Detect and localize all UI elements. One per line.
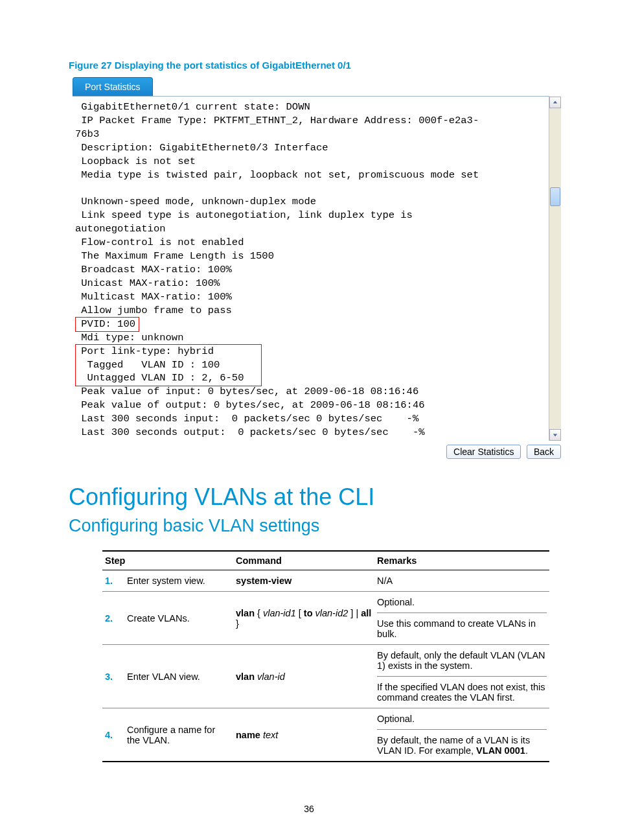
cmd-bold: system-view [236, 576, 292, 586]
cmd-italic: vlan-id1 [263, 608, 296, 618]
command-text: vlan { vlan-id1 [ to vlan-id2 ] | all } [233, 592, 374, 645]
remark-line: If the specified VLAN does not exist, th… [377, 682, 547, 703]
step-number: 3. [102, 645, 124, 708]
scroll-up-button[interactable] [549, 97, 561, 108]
command-text: vlan vlan-id [233, 645, 374, 708]
terminal-output: GigabitEthernet0/1 current state: DOWN I… [73, 97, 549, 441]
remark-line: Optional. [377, 714, 547, 730]
scrollbar[interactable] [549, 97, 561, 441]
cmd-bold: name [236, 730, 260, 740]
remark-line: By default, the name of a VLAN is its VL… [377, 735, 547, 756]
remark-bold: VLAN 0001 [476, 745, 525, 756]
step-text: Enter VLAN view. [124, 645, 233, 708]
step-text: Create VLANs. [124, 592, 233, 645]
remarks-text: By default, only the default VLAN (VLAN … [374, 645, 549, 708]
remark-line: By default, only the default VLAN (VLAN … [377, 650, 547, 677]
heading-configuring-basic-vlan: Configuring basic VLAN settings [69, 516, 549, 536]
cmd-bold: vlan [236, 671, 255, 682]
cmd-italic: vlan-id [257, 671, 285, 682]
cmd-italic: vlan-id2 [315, 608, 349, 618]
tab-port-statistics[interactable]: Port Statistics [73, 77, 153, 96]
remarks-text: N/A [374, 570, 549, 592]
step-number: 4. [102, 708, 124, 762]
remark-text: . [525, 745, 528, 756]
table-header-row: Step Command Remarks [102, 551, 549, 570]
col-step: Step [102, 551, 233, 570]
table-row: 2. Create VLANs. vlan { vlan-id1 [ to vl… [102, 592, 549, 645]
remarks-text: Optional. Use this command to create VLA… [374, 592, 549, 645]
page-number: 36 [69, 804, 549, 814]
scroll-thumb[interactable] [550, 187, 560, 206]
clear-statistics-button[interactable]: Clear Statistics [446, 445, 521, 459]
cmd-bold: vlan [236, 608, 255, 618]
steps-table: Step Command Remarks 1. Enter system vie… [102, 550, 549, 762]
col-command: Command [233, 551, 374, 570]
scroll-down-button[interactable] [549, 429, 561, 441]
cmd-bold: all [361, 608, 371, 618]
table-row: 1. Enter system view. system-view N/A [102, 570, 549, 592]
command-text: system-view [233, 570, 374, 592]
cmd-italic: text [263, 730, 278, 740]
step-text: Enter system view. [124, 570, 233, 592]
cmd-bold: to [304, 608, 313, 618]
step-number: 1. [102, 570, 124, 592]
table-row: 3. Enter VLAN view. vlan vlan-id By defa… [102, 645, 549, 708]
col-remarks: Remarks [374, 551, 549, 570]
heading-configuring-vlans-cli: Configuring VLANs at the CLI [69, 484, 549, 511]
remark-line: Optional. [377, 597, 547, 613]
remarks-text: Optional. By default, the name of a VLAN… [374, 708, 549, 762]
back-button[interactable]: Back [527, 445, 561, 459]
button-bar: Clear Statistics Back [73, 445, 561, 459]
step-number: 2. [102, 592, 124, 645]
table-row: 4. Configure a name for the VLAN. name t… [102, 708, 549, 762]
port-statistics-panel: Port Statistics GigabitEthernet0/1 curre… [73, 77, 549, 459]
document-page: Figure 27 Displaying the port statistics… [0, 0, 618, 840]
step-text: Configure a name for the VLAN. [124, 708, 233, 762]
figure-caption: Figure 27 Displaying the port statistics… [69, 60, 549, 71]
command-text: name text [233, 708, 374, 762]
terminal-panel: GigabitEthernet0/1 current state: DOWN I… [73, 96, 549, 441]
remark-line: Use this command to create VLANs in bulk… [377, 618, 547, 639]
